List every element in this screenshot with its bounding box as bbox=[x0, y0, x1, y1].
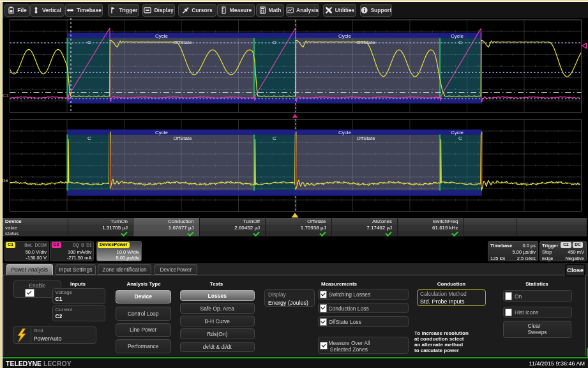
svg-text:C: C bbox=[458, 135, 462, 141]
svg-text:Cycle: Cycle bbox=[155, 130, 169, 135]
svg-text:C: C bbox=[273, 40, 276, 45]
svg-text:Cycle: Cycle bbox=[155, 33, 169, 39]
svg-text:C: C bbox=[87, 40, 91, 45]
svg-text:C1: C1 bbox=[3, 93, 9, 98]
svg-text:Cycle: Cycle bbox=[451, 130, 464, 135]
svg-text:OffState: OffState bbox=[356, 135, 375, 141]
svg-text:Cycle: Cycle bbox=[451, 33, 464, 39]
svg-text:C: C bbox=[273, 135, 276, 141]
svg-text:Cycle: Cycle bbox=[338, 130, 352, 135]
svg-text:C: C bbox=[87, 135, 91, 141]
svg-text:OffState: OffState bbox=[173, 135, 192, 141]
svg-text:De: De bbox=[2, 178, 8, 183]
svg-text:Cycle: Cycle bbox=[338, 33, 352, 39]
svg-text:C: C bbox=[458, 40, 462, 45]
